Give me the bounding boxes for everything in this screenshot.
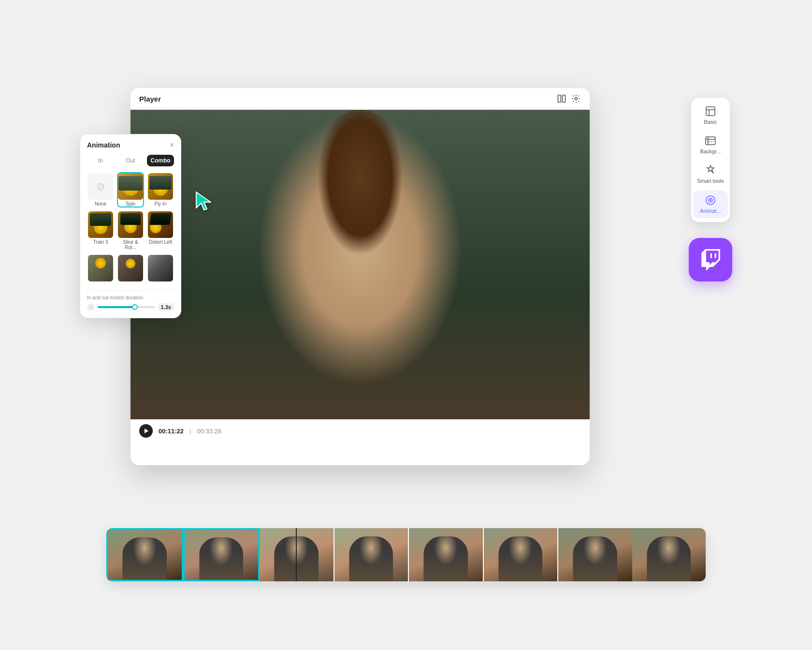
sidebar-item-animation-label: Animat... bbox=[700, 208, 721, 214]
timeline-frames bbox=[106, 528, 706, 581]
anim-item-none[interactable]: ⊘ None bbox=[87, 172, 114, 207]
sidebar-item-basic-label: Basic bbox=[704, 119, 717, 125]
right-sidebar: Basic Backgr... Smart tools Animat... bbox=[691, 98, 730, 222]
svg-point-9 bbox=[710, 200, 711, 201]
sidebar-item-background[interactable]: Backgr... bbox=[693, 131, 728, 159]
anim-thumb-flyin bbox=[148, 173, 173, 200]
tab-in[interactable]: In bbox=[87, 155, 114, 166]
player-title: Player bbox=[139, 95, 161, 103]
panel-tabs: In Out Combo bbox=[87, 155, 174, 166]
twitch-icon bbox=[700, 249, 722, 271]
background-icon bbox=[705, 135, 716, 147]
time-divider: | bbox=[189, 428, 191, 435]
twitch-badge[interactable] bbox=[689, 238, 732, 281]
anim-item-extra3[interactable] bbox=[147, 254, 174, 284]
timeline-frame-2[interactable] bbox=[183, 528, 260, 581]
anim-item-spin[interactable]: Spin bbox=[117, 172, 144, 207]
anim-thumb-slicerot bbox=[118, 211, 143, 238]
tab-combo[interactable]: Combo bbox=[147, 155, 174, 166]
sidebar-item-smart-tools[interactable]: Smart tools bbox=[693, 161, 728, 188]
anim-item-slicerot[interactable]: Slice & Rot... bbox=[117, 210, 144, 251]
timeline-frame-8[interactable] bbox=[632, 528, 706, 581]
sidebar-item-smart-tools-label: Smart tools bbox=[697, 178, 724, 184]
anim-thumb-none: ⊘ bbox=[88, 173, 113, 200]
animation-icon bbox=[705, 194, 716, 206]
anim-thumb-extra3 bbox=[148, 255, 173, 281]
sidebar-item-background-label: Backgr... bbox=[700, 148, 721, 155]
timeline-frame-5[interactable] bbox=[409, 528, 484, 581]
smart-tools-icon bbox=[705, 164, 716, 176]
panel-title: Animation bbox=[87, 141, 120, 149]
duration-slider[interactable] bbox=[98, 306, 155, 308]
anim-item-train3[interactable]: Train 3 bbox=[87, 210, 114, 251]
anim-item-extra2[interactable] bbox=[117, 254, 144, 284]
timeline-frame-1[interactable] bbox=[106, 528, 183, 581]
svg-rect-3 bbox=[706, 107, 715, 116]
animation-grid: ⊘ None Spin Fly In bbox=[87, 172, 174, 284]
anim-label-train3: Train 3 bbox=[88, 239, 113, 245]
anim-thumb-distortleft bbox=[148, 211, 173, 238]
svg-point-2 bbox=[575, 98, 578, 100]
sidebar-item-animation[interactable]: Animat... bbox=[693, 191, 728, 218]
svg-rect-0 bbox=[558, 95, 561, 103]
anim-label-spin: Spin bbox=[118, 201, 143, 207]
duration-section: In and out motion duration ‹ 1.3s bbox=[87, 290, 174, 311]
anim-label-none: None bbox=[88, 201, 113, 207]
player-video-area bbox=[130, 110, 590, 419]
play-button[interactable] bbox=[139, 424, 153, 438]
sidebar-item-basic[interactable]: Basic bbox=[693, 102, 728, 129]
scene: Player 00:11:22 | 00:33:28 bbox=[68, 59, 744, 591]
animation-panel: Animation × In Out Combo ⊘ None Spin bbox=[80, 134, 181, 318]
timeline-frame-3[interactable] bbox=[260, 528, 334, 581]
time-current: 00:11:22 bbox=[159, 428, 184, 435]
settings-icon[interactable] bbox=[571, 94, 581, 103]
anim-item-extra1[interactable] bbox=[87, 254, 114, 284]
anim-item-distortleft[interactable]: Distort Left bbox=[147, 210, 174, 251]
anim-item-flyin[interactable]: Fly In bbox=[147, 172, 174, 207]
anim-thumb-extra2 bbox=[118, 255, 143, 281]
video-bottom-bar: 00:11:22 | 00:33:28 bbox=[130, 419, 590, 443]
tab-out[interactable]: Out bbox=[117, 155, 144, 166]
duration-value: 1.3s bbox=[158, 303, 174, 311]
anim-label-flyin: Fly In bbox=[148, 201, 173, 207]
player-titlebar: Player bbox=[130, 88, 590, 110]
slider-fill bbox=[98, 306, 135, 308]
panel-close-button[interactable]: × bbox=[170, 141, 174, 149]
player-title-icons bbox=[557, 94, 581, 103]
timeline-frame-4[interactable] bbox=[334, 528, 409, 581]
basic-icon bbox=[705, 105, 716, 117]
panel-header: Animation × bbox=[87, 141, 174, 149]
anim-thumb-extra1 bbox=[88, 255, 113, 281]
duration-decrement-button[interactable]: ‹ bbox=[87, 303, 95, 311]
anim-label-slicerot: Slice & Rot... bbox=[118, 239, 143, 250]
player-window: Player 00:11:22 | 00:33:28 bbox=[130, 88, 590, 465]
anim-label-distortleft: Distort Left bbox=[148, 239, 173, 245]
time-total: 00:33:28 bbox=[197, 428, 221, 435]
timeline-strip bbox=[106, 528, 706, 581]
duration-slider-row: ‹ 1.3s bbox=[87, 303, 174, 311]
timeline-frame-7[interactable] bbox=[558, 528, 632, 581]
svg-rect-4 bbox=[706, 137, 715, 145]
anim-thumb-spin bbox=[118, 173, 143, 200]
svg-rect-1 bbox=[563, 95, 566, 103]
timeline-frame-6[interactable] bbox=[484, 528, 559, 581]
video-person bbox=[130, 110, 590, 419]
slider-thumb[interactable] bbox=[132, 304, 138, 310]
duration-label: In and out motion duration bbox=[87, 295, 174, 300]
anim-thumb-train3 bbox=[88, 211, 113, 238]
split-view-icon[interactable] bbox=[557, 94, 566, 103]
